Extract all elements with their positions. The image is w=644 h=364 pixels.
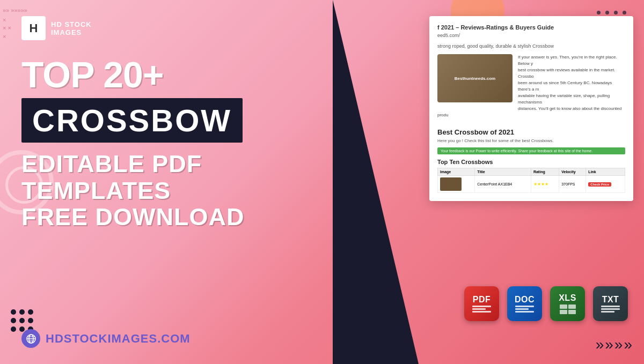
check-price-button[interactable]: Check Price [588,182,611,187]
headline-bottom-line2: FREE DOWNLOAD [21,203,244,231]
cell-link: Check Price [586,176,625,193]
body-text-2: best crossbow with reviews available in … [518,68,615,79]
pdf-green-bar: Your feedback is our Power to write effi… [437,147,625,154]
pdf-format-icon: PDF [464,286,499,321]
cell-title: CenterPoint AX1EB4 [475,176,531,193]
crossbow-badge: CROSSBOW [21,98,243,143]
headline-bottom: EDITABLE PDF TEMPLATES FREE DOWNLOAD [21,151,327,231]
pdf-table: Image Title Rating Velocity Link CenterP… [437,168,625,193]
col-rating: Rating [531,168,559,176]
pdf-preview-description: strong roped, good quality, durable & st… [437,43,625,49]
pdf-image-label: Besthuntneeds.com [455,76,495,81]
body-text-3: been around us since 5th Century BC. Now… [518,80,612,92]
pdf-preview-title: f 2021 – Reviews-Ratings & Buyers Guide [437,24,625,31]
txt-format-icon: TXT [593,286,628,321]
pdf-preview-domain: eed5.com/ [437,33,625,38]
xls-format-icon: XLS [550,286,585,321]
deco-arrows-bottom-right: »»»» [596,336,633,353]
xls-cell [568,310,576,314]
body-text-5: distances. You'll get to know also about… [437,106,621,117]
format-icons-row: PDF DOC XLS TXT [464,286,628,321]
col-title: Title [475,168,531,176]
website-url-text: HDSTOCKIMAGES.COM [46,332,191,346]
headline-top: TOP 20+ [21,56,327,93]
logo-text: HD STOCK IMAGES [51,20,92,36]
pdf-section-title: Best Crossbow of 2021 [437,128,625,136]
body-text-1: If your answer is yes. Then, you're in t… [518,55,617,66]
logo-line1: HD STOCK [51,20,92,28]
pdf-preview: f 2021 – Reviews-Ratings & Buyers Guide … [429,16,633,201]
crossbow-text: CROSSBOW [32,103,232,138]
logo-icon: H [21,16,46,40]
pdf-section-text: Here you go ! Check this list for some o… [437,138,625,143]
pdf-image: Besthuntneeds.com [437,54,513,102]
xls-cell [568,304,576,309]
headline-bottom-line1: EDITABLE PDF TEMPLATES [21,150,202,204]
website-url: HDSTOCKIMAGES.COM [21,329,191,348]
cell-image [438,176,475,193]
doc-format-icon: DOC [507,286,542,321]
logo-line2: IMAGES [51,28,92,36]
cell-velocity: 370FPS [559,176,586,193]
col-image: Image [438,168,475,176]
logo-area: H HD STOCK IMAGES [21,16,327,40]
globe-icon [21,329,40,348]
xls-cell [560,310,567,314]
col-velocity: Velocity [559,168,586,176]
pdf-table-title: Top Ten Crossbows [437,159,625,165]
col-link: Link [586,168,625,176]
left-content: H HD STOCK IMAGES TOP 20+ CROSSBOW EDITA… [0,0,349,364]
table-row: CenterPoint AX1EB4 ★★★★ 370FPS Check Pri… [438,176,625,193]
body-text-4: available having the variable size, shap… [518,93,610,105]
cell-rating: ★★★★ [531,176,559,193]
xls-cell [560,304,567,309]
